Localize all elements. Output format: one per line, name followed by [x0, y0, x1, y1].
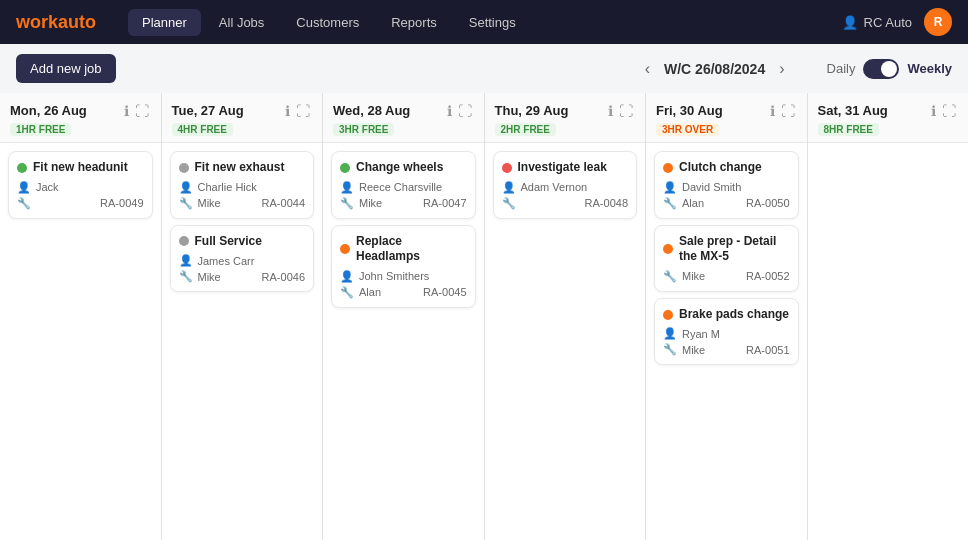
job-status-dot [17, 163, 27, 173]
job-status-dot [663, 244, 673, 254]
day-header-0: Mon, 26 Augℹ⛶1HR FREE [0, 93, 161, 143]
job-id: RA-0048 [585, 197, 628, 209]
logo: workauto [16, 12, 96, 33]
day-title-2: Wed, 28 Aug [333, 103, 410, 118]
wrench-icon: 🔧 [502, 197, 516, 210]
job-assignee: Mike [198, 197, 221, 209]
job-status-dot [340, 163, 350, 173]
job-id: RA-0052 [746, 270, 789, 282]
wrench-icon: 🔧 [340, 286, 354, 299]
job-id: RA-0044 [262, 197, 305, 209]
job-card[interactable]: Replace Headlamps👤John Smithers🔧AlanRA-0… [331, 225, 476, 308]
job-id: RA-0049 [100, 197, 143, 209]
job-card[interactable]: Change wheels👤Reece Charsville🔧MikeRA-00… [331, 151, 476, 219]
day-jobs-2: Change wheels👤Reece Charsville🔧MikeRA-00… [323, 143, 484, 316]
day-expand-button-5[interactable]: ⛶ [940, 101, 958, 121]
nav-link-customers[interactable]: Customers [282, 9, 373, 36]
job-customer: 👤Adam Vernon [502, 181, 629, 194]
day-column-3: Thu, 29 Augℹ⛶2HR FREEInvestigate leak👤Ad… [485, 93, 647, 540]
person-icon: 👤 [340, 270, 354, 283]
day-jobs-3: Investigate leak👤Adam Vernon🔧RA-0048 [485, 143, 646, 227]
nav-link-planner[interactable]: Planner [128, 9, 201, 36]
navbar: workauto PlannerAll JobsCustomersReports… [0, 0, 968, 44]
nav-link-settings[interactable]: Settings [455, 9, 530, 36]
day-title-1: Tue, 27 Aug [172, 103, 244, 118]
job-customer: 👤Reece Charsville [340, 181, 467, 194]
job-card[interactable]: Fit new headunit👤Jack🔧RA-0049 [8, 151, 153, 219]
toolbar: Add new job ‹ W/C 26/08/2024 › Daily Wee… [0, 44, 968, 93]
prev-week-button[interactable]: ‹ [639, 58, 656, 80]
day-info-button-0[interactable]: ℹ [122, 101, 131, 121]
nav-link-reports[interactable]: Reports [377, 9, 451, 36]
person-icon: 👤 [340, 181, 354, 194]
job-title: Investigate leak [518, 160, 607, 176]
job-title: Sale prep - Detail the MX-5 [679, 234, 790, 265]
job-card[interactable]: Full Service👤James Carr🔧MikeRA-0046 [170, 225, 315, 293]
day-expand-button-2[interactable]: ⛶ [456, 101, 474, 121]
job-status-dot [663, 163, 673, 173]
nav-link-all-jobs[interactable]: All Jobs [205, 9, 279, 36]
planner-grid: Mon, 26 Augℹ⛶1HR FREEFit new headunit👤Ja… [0, 93, 968, 540]
job-status-dot [179, 163, 189, 173]
person-icon: 👤 [663, 327, 677, 340]
wrench-icon: 🔧 [663, 343, 677, 356]
job-id: RA-0051 [746, 344, 789, 356]
job-customer: 👤John Smithers [340, 270, 467, 283]
job-title: Fit new headunit [33, 160, 128, 176]
job-assignee: Mike [198, 271, 221, 283]
wrench-icon: 🔧 [179, 197, 193, 210]
view-toggle-switch[interactable] [863, 59, 899, 79]
day-jobs-1: Fit new exhaust👤Charlie Hick🔧MikeRA-0044… [162, 143, 323, 300]
day-jobs-5 [808, 143, 969, 159]
day-column-1: Tue, 27 Augℹ⛶4HR FREEFit new exhaust👤Cha… [162, 93, 324, 540]
add-new-job-button[interactable]: Add new job [16, 54, 116, 83]
day-info-button-2[interactable]: ℹ [445, 101, 454, 121]
day-jobs-0: Fit new headunit👤Jack🔧RA-0049 [0, 143, 161, 227]
job-title: Replace Headlamps [356, 234, 467, 265]
logo-prefix: work [16, 12, 58, 32]
day-expand-button-1[interactable]: ⛶ [294, 101, 312, 121]
view-toggle: Daily Weekly [827, 59, 952, 79]
wrench-icon: 🔧 [179, 270, 193, 283]
day-column-0: Mon, 26 Augℹ⛶1HR FREEFit new headunit👤Ja… [0, 93, 162, 540]
person-icon: 👤 [179, 181, 193, 194]
job-customer: 👤Charlie Hick [179, 181, 306, 194]
job-card[interactable]: Clutch change👤David Smith🔧AlanRA-0050 [654, 151, 799, 219]
day-expand-button-3[interactable]: ⛶ [617, 101, 635, 121]
wrench-icon: 🔧 [663, 197, 677, 210]
job-assignee: Alan [359, 286, 381, 298]
day-badge-5: 8HR FREE [818, 123, 879, 136]
job-title: Fit new exhaust [195, 160, 285, 176]
day-info-button-1[interactable]: ℹ [283, 101, 292, 121]
person-icon: 👤 [502, 181, 516, 194]
day-badge-0: 1HR FREE [10, 123, 71, 136]
week-nav: ‹ W/C 26/08/2024 › [639, 58, 791, 80]
job-status-dot [663, 310, 673, 320]
job-status-dot [340, 244, 350, 254]
job-card[interactable]: Brake pads change👤Ryan M🔧MikeRA-0051 [654, 298, 799, 366]
job-status-dot [502, 163, 512, 173]
day-header-2: Wed, 28 Augℹ⛶3HR FREE [323, 93, 484, 143]
job-card[interactable]: Investigate leak👤Adam Vernon🔧RA-0048 [493, 151, 638, 219]
day-expand-button-4[interactable]: ⛶ [779, 101, 797, 121]
job-assignee: Alan [682, 197, 704, 209]
day-badge-2: 3HR FREE [333, 123, 394, 136]
day-badge-1: 4HR FREE [172, 123, 233, 136]
job-card[interactable]: Sale prep - Detail the MX-5🔧MikeRA-0052 [654, 225, 799, 292]
next-week-button[interactable]: › [773, 58, 790, 80]
job-title: Brake pads change [679, 307, 789, 323]
day-column-2: Wed, 28 Augℹ⛶3HR FREEChange wheels👤Reece… [323, 93, 485, 540]
day-info-button-3[interactable]: ℹ [606, 101, 615, 121]
nav-user[interactable]: 👤 RC Auto [842, 15, 912, 30]
day-info-button-4[interactable]: ℹ [768, 101, 777, 121]
job-title: Clutch change [679, 160, 762, 176]
job-customer: 👤James Carr [179, 254, 306, 267]
day-info-button-5[interactable]: ℹ [929, 101, 938, 121]
job-id: RA-0046 [262, 271, 305, 283]
day-expand-button-0[interactable]: ⛶ [133, 101, 151, 121]
day-badge-3: 2HR FREE [495, 123, 556, 136]
job-card[interactable]: Fit new exhaust👤Charlie Hick🔧MikeRA-0044 [170, 151, 315, 219]
day-column-4: Fri, 30 Augℹ⛶3HR OVERClutch change👤David… [646, 93, 808, 540]
day-badge-4: 3HR OVER [656, 123, 719, 136]
avatar[interactable]: R [924, 8, 952, 36]
